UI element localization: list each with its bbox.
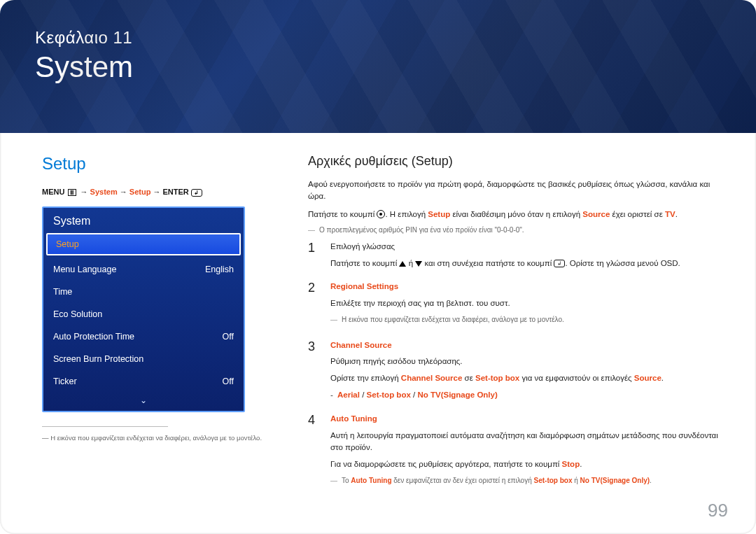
hl-settopbox: Set-top box bbox=[475, 374, 519, 382]
step-text: Επιλέξτε την περιοχή σας για τη βελτιστ.… bbox=[330, 297, 728, 310]
chapter-title: System bbox=[35, 50, 721, 84]
osd-label: Setup bbox=[56, 239, 79, 249]
osd-row-screen-burn[interactable]: Screen Burn Protection bbox=[43, 348, 244, 370]
opt-settopbox: Set-top box bbox=[367, 391, 411, 399]
step-number: 2 bbox=[308, 281, 319, 332]
text: . bbox=[580, 460, 582, 468]
hl-channel-source: Channel Source bbox=[401, 374, 463, 382]
osd-label: Eco Solution bbox=[53, 309, 102, 319]
text: δεν εμφανίζεται αν δεν έχει οριστεί η επ… bbox=[391, 477, 533, 484]
hl-source: Source bbox=[634, 374, 662, 382]
breadcrumb-menu: MENU bbox=[42, 188, 64, 196]
hl-auto-tuning: Auto Tuning bbox=[351, 477, 391, 484]
step-2: 2 Regional Settings Επιλέξτε την περιοχή… bbox=[308, 281, 728, 332]
step-text: Αυτή η λειτουργία πραγματοποιεί αυτόματα… bbox=[330, 430, 728, 455]
manual-page: Κεφάλαιο 11 System Setup MENU Ⅲ → System… bbox=[0, 0, 756, 534]
step-text: Πατήστε το κουμπί ή και στη συνέχεια πατ… bbox=[330, 258, 728, 270]
step-number: 3 bbox=[308, 339, 319, 406]
divider bbox=[42, 426, 168, 427]
step-note: Η εικόνα που εμφανίζεται ενδέχεται να δι… bbox=[330, 314, 728, 325]
left-column: Setup MENU Ⅲ → System → Setup → ENTER ↲ … bbox=[42, 154, 280, 500]
step-text: Για να διαμορφώσετε τις ρυθμίσεις αργότε… bbox=[330, 458, 728, 471]
text: ή bbox=[572, 477, 580, 484]
osd-value: English bbox=[205, 265, 234, 274]
intro-para-1: Αφού ενεργοποιήσετε το προϊόν για πρώτη … bbox=[308, 178, 728, 203]
text: είναι διαθέσιμη μόνο όταν η επιλογή bbox=[450, 210, 582, 218]
step-title: Επιλογή γλώσσας bbox=[330, 241, 728, 253]
hl-notv: No TV(Signage Only) bbox=[580, 477, 650, 484]
down-arrow-icon bbox=[415, 261, 422, 267]
enter-icon: ↲ bbox=[191, 189, 202, 197]
hl-tv: TV bbox=[665, 210, 676, 218]
image-disclaimer-text: Η εικόνα που εμφανίζεται ενδέχεται να δι… bbox=[50, 434, 262, 442]
step-body: Επιλογή γλώσσας Πατήστε το κουμπί ή και … bbox=[330, 241, 728, 274]
text: . Ορίστε τη γλώσσα μενού OSD. bbox=[565, 259, 680, 267]
osd-row-ticker[interactable]: Ticker Off bbox=[43, 370, 244, 393]
intro-para-2: Πατήστε το κουμπί . Η επιλογή Setup είνα… bbox=[308, 209, 728, 220]
breadcrumb-setup: Setup bbox=[130, 188, 151, 196]
step-number: 4 bbox=[308, 413, 319, 493]
enter-icon: ↲ bbox=[554, 260, 565, 267]
breadcrumb: MENU Ⅲ → System → Setup → ENTER ↲ bbox=[42, 188, 280, 197]
text: . bbox=[650, 477, 652, 484]
step-body: Regional Settings Επιλέξτε την περιοχή σ… bbox=[330, 281, 728, 332]
step-1: 1 Επιλογή γλώσσας Πατήστε το κουμπί ή κα… bbox=[308, 241, 728, 274]
text: . bbox=[662, 374, 664, 382]
osd-label: Ticker bbox=[53, 377, 77, 386]
text: Για να διαμορφώσετε τις ρυθμίσεις αργότε… bbox=[330, 460, 562, 468]
step-title: Auto Tuning bbox=[330, 413, 728, 426]
osd-row-setup[interactable]: Setup bbox=[46, 233, 241, 255]
setup-heading: Setup bbox=[42, 154, 280, 174]
hl-settopbox: Set-top box bbox=[533, 477, 572, 484]
text: Πατήστε το κουμπί bbox=[308, 210, 377, 218]
menu-icon: Ⅲ bbox=[68, 189, 76, 196]
steps-list: 1 Επιλογή γλώσσας Πατήστε το κουμπί ή κα… bbox=[308, 241, 728, 493]
chapter-label: Κεφάλαιο 11 bbox=[35, 28, 721, 48]
step-title: Regional Settings bbox=[330, 281, 728, 293]
osd-label: Auto Protection Time bbox=[53, 332, 134, 342]
step-title: Channel Source bbox=[330, 339, 728, 352]
step-note: Το Auto Tuning δεν εμφανίζεται αν δεν έχ… bbox=[330, 475, 728, 486]
text: σε bbox=[462, 374, 475, 382]
osd-row-eco-solution[interactable]: Eco Solution bbox=[43, 303, 244, 325]
breadcrumb-arrow: → bbox=[153, 188, 162, 196]
step-text: Ρύθμιση πηγής εισόδου τηλεόρασης. bbox=[330, 356, 728, 368]
osd-title: System bbox=[43, 208, 244, 230]
opt-notv: No TV(Signage Only) bbox=[417, 391, 497, 399]
step-body: Channel Source Ρύθμιση πηγής εισόδου τηλ… bbox=[330, 339, 728, 406]
text: . Η επιλογή bbox=[385, 210, 428, 218]
step-text: Ορίστε την επιλογή Channel Source σε Set… bbox=[330, 372, 728, 385]
breadcrumb-system: System bbox=[90, 188, 118, 196]
option-list: Aerial / Set-top box / No TV(Signage Onl… bbox=[330, 389, 728, 402]
sep: / bbox=[360, 391, 367, 399]
sep: / bbox=[411, 391, 418, 399]
osd-label: Screen Burn Protection bbox=[53, 354, 144, 364]
text: Ορίστε την επιλογή bbox=[330, 374, 401, 382]
chapter-hero: Κεφάλαιο 11 System bbox=[0, 0, 756, 133]
breadcrumb-arrow: → bbox=[80, 188, 90, 196]
opt-aerial: Aerial bbox=[337, 391, 360, 399]
osd-more-chevron-icon[interactable]: ⌄ bbox=[43, 393, 244, 411]
breadcrumb-arrow: → bbox=[120, 188, 130, 196]
page-number: 99 bbox=[708, 500, 728, 521]
right-column: Αρχικές ρυθμίσεις (Setup) Αφού ενεργοποι… bbox=[308, 154, 728, 500]
right-heading: Αρχικές ρυθμίσεις (Setup) bbox=[308, 154, 728, 169]
up-arrow-icon bbox=[399, 261, 406, 267]
page-body: Setup MENU Ⅲ → System → Setup → ENTER ↲ … bbox=[0, 133, 756, 500]
text: . bbox=[676, 210, 678, 218]
step-number: 1 bbox=[308, 241, 319, 274]
text: για να εμφανιστούν οι επιλογές bbox=[519, 374, 634, 382]
pin-note: Ο προεπιλεγμένος αριθμός PIN για ένα νέο… bbox=[308, 226, 728, 234]
osd-value: Off bbox=[223, 332, 234, 342]
osd-row-menu-language[interactable]: Menu Language English bbox=[43, 258, 244, 281]
step-body: Auto Tuning Αυτή η λειτουργία πραγματοπο… bbox=[330, 413, 728, 493]
text: έχει οριστεί σε bbox=[610, 210, 665, 218]
osd-label: Menu Language bbox=[53, 265, 116, 274]
osd-row-time[interactable]: Time bbox=[43, 281, 244, 303]
hl-stop: Stop bbox=[562, 460, 580, 468]
text: Το bbox=[342, 477, 351, 484]
osd-label: Time bbox=[53, 287, 72, 297]
osd-row-auto-protection[interactable]: Auto Protection Time Off bbox=[43, 325, 244, 348]
hl-setup: Setup bbox=[428, 210, 450, 218]
text: ή bbox=[406, 259, 415, 267]
